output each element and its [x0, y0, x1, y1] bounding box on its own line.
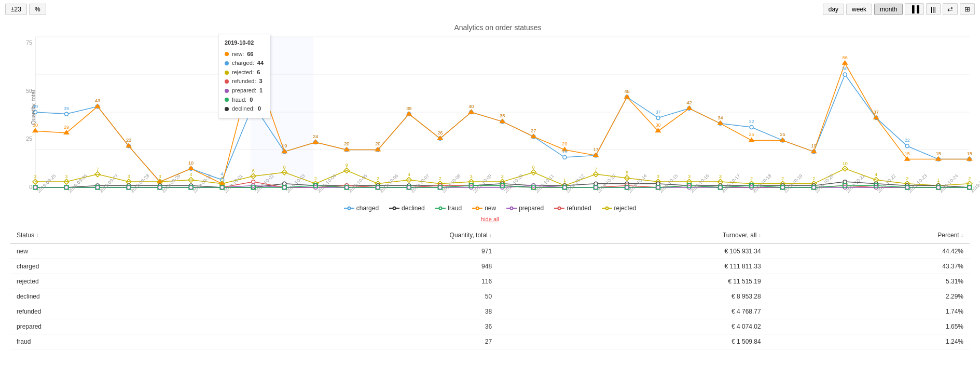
cell-status: rejected — [10, 274, 208, 289]
svg-text:30: 30 — [656, 123, 661, 128]
cell-quantity: 971 — [208, 243, 498, 259]
cell-status: new — [10, 243, 208, 259]
x-tick: 2019-10-10 — [503, 190, 507, 194]
svg-text:22: 22 — [905, 138, 910, 143]
x-tick: 2019-10-15 — [658, 190, 662, 194]
cell-quantity: 27 — [208, 334, 498, 349]
svg-text:8: 8 — [283, 165, 286, 170]
col-percent[interactable]: Percent ↕ — [767, 227, 970, 243]
svg-marker-39 — [63, 130, 70, 134]
table-row: rejected 116 € 11 515.19 5.31% — [10, 274, 970, 289]
col-turnover[interactable]: Turnover, all ↕ — [498, 227, 767, 243]
cell-percent: 1.74% — [767, 304, 970, 319]
cell-status: refunded — [10, 304, 208, 319]
svg-text:6: 6 — [252, 168, 255, 173]
cell-percent: 1.24% — [767, 334, 970, 349]
svg-text:37: 37 — [874, 110, 879, 115]
svg-text:1: 1 — [937, 178, 940, 183]
x-tick: 2019-10-06 — [379, 190, 382, 194]
x-tick: 2019-10-20 — [814, 190, 818, 194]
btn-pct[interactable]: % — [29, 4, 46, 15]
btn-vbar-chart[interactable]: ||| — [926, 3, 941, 15]
x-tick: 2019-10-05 — [348, 190, 351, 194]
btn-day[interactable]: day — [823, 4, 844, 15]
table-container: Status ↕ Quantity, total ↓ Turnover, all… — [10, 227, 970, 349]
svg-point-30 — [750, 126, 753, 129]
table-row: charged 948 € 111 811.33 43.37% — [10, 259, 970, 274]
svg-point-8 — [65, 112, 68, 116]
btn-23[interactable]: ±23 — [5, 4, 27, 15]
col-quantity[interactable]: Quantity, total ↓ — [208, 227, 498, 243]
svg-text:3: 3 — [688, 174, 691, 179]
tooltip: 2019-10-02 new:66charged:44rejected:6ref… — [218, 34, 270, 118]
svg-text:3: 3 — [719, 174, 722, 179]
x-tick: 2019-09-29 — [161, 190, 164, 194]
svg-text:29: 29 — [64, 125, 69, 130]
svg-marker-40 — [94, 103, 101, 108]
cell-quantity: 38 — [208, 304, 498, 319]
svg-text:3: 3 — [159, 174, 161, 179]
svg-text:2: 2 — [812, 176, 815, 181]
svg-marker-51 — [437, 136, 444, 140]
svg-text:1: 1 — [563, 178, 566, 183]
svg-point-33 — [843, 73, 847, 76]
svg-marker-50 — [406, 111, 412, 116]
svg-point-138 — [252, 180, 255, 184]
btn-week[interactable]: week — [846, 4, 872, 15]
table-row: prepared 36 € 4 074.02 1.65% — [10, 319, 970, 334]
svg-text:16: 16 — [562, 149, 568, 154]
svg-text:15: 15 — [967, 151, 972, 156]
svg-text:8: 8 — [532, 165, 535, 170]
data-table: Status ↕ Quantity, total ↓ Turnover, all… — [10, 227, 970, 349]
cell-status: declined — [10, 289, 208, 304]
x-axis: 2019-09-252019-09-262019-09-272019-09-28… — [35, 190, 970, 195]
svg-text:2: 2 — [750, 176, 753, 181]
svg-text:37: 37 — [656, 110, 661, 115]
btn-grid-chart[interactable]: ⊞ — [960, 3, 975, 15]
chart-container: Analytics on order statuses 75 50 25 0 Q… — [0, 18, 980, 200]
legend-item-refunded[interactable]: refunded — [554, 205, 591, 212]
col-status[interactable]: Status ↕ — [10, 227, 208, 243]
legend-item-new[interactable]: new — [472, 205, 496, 212]
btn-month[interactable]: month — [874, 4, 903, 15]
x-tick: 2019-10-22 — [876, 190, 880, 194]
svg-text:32: 32 — [749, 119, 754, 124]
legend-item-prepared[interactable]: prepared — [506, 205, 544, 212]
right-controls: day week month ▐▐ ||| ⇄ ⊞ — [823, 3, 975, 15]
svg-text:48: 48 — [625, 89, 630, 94]
svg-text:43: 43 — [95, 98, 100, 103]
svg-text:42: 42 — [687, 100, 692, 105]
x-tick: 2019-10-14 — [627, 190, 631, 194]
svg-text:66: 66 — [843, 55, 848, 60]
hide-all-button[interactable]: hide all — [0, 216, 980, 222]
cell-status: fraud — [10, 334, 208, 349]
svg-marker-57 — [624, 94, 630, 99]
legend-item-charged[interactable]: charged — [344, 205, 379, 212]
svg-text:3: 3 — [501, 174, 504, 179]
y-tick-75: 75 — [26, 39, 32, 46]
x-tick: 2019-09-26 — [67, 190, 71, 194]
legend-item-declined[interactable]: declined — [389, 205, 425, 212]
btn-swap-chart[interactable]: ⇄ — [943, 3, 958, 15]
svg-text:3: 3 — [128, 174, 130, 179]
x-tick: 2019-10-16 — [689, 190, 693, 194]
svg-text:7: 7 — [96, 167, 99, 172]
legend-item-fraud[interactable]: fraud — [435, 205, 462, 212]
svg-text:24: 24 — [313, 134, 318, 139]
svg-text:20: 20 — [344, 142, 349, 147]
x-tick: 2019-10-12 — [565, 190, 569, 194]
svg-point-24 — [563, 156, 567, 159]
svg-text:10: 10 — [188, 160, 194, 166]
svg-point-126 — [843, 180, 847, 184]
x-tick: 2019-10-21 — [845, 190, 849, 194]
svg-text:22: 22 — [126, 138, 131, 143]
btn-bar-chart[interactable]: ▐▐ — [905, 3, 923, 15]
svg-text:7: 7 — [595, 167, 597, 172]
svg-text:2: 2 — [314, 176, 317, 181]
cell-turnover: € 111 811.33 — [498, 259, 767, 274]
svg-text:2: 2 — [221, 176, 224, 181]
svg-point-27 — [656, 116, 660, 119]
cell-turnover: € 8 953.28 — [498, 289, 767, 304]
svg-text:2: 2 — [968, 176, 971, 181]
legend-item-rejected[interactable]: rejected — [602, 205, 637, 212]
